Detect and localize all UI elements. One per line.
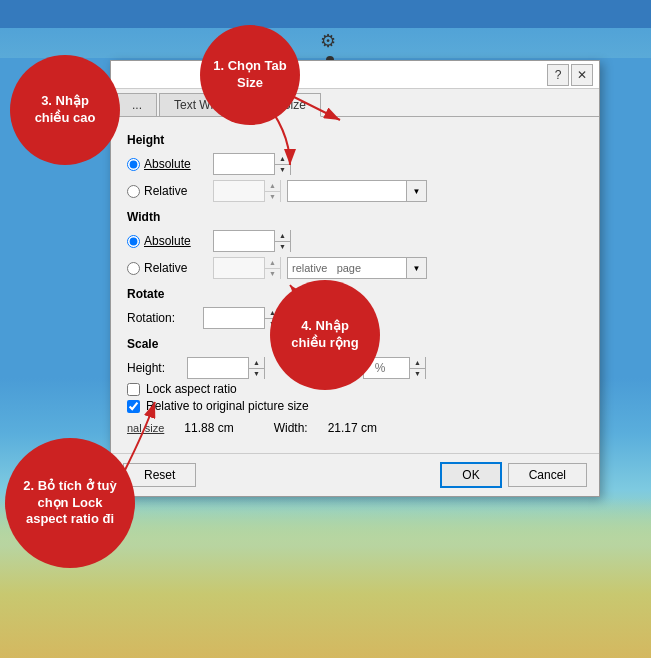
scale-width-spin-down[interactable]: ▼ [410,369,425,380]
height-rel-spin-up[interactable]: ▲ [265,180,280,192]
height-spin-down[interactable]: ▼ [275,165,290,176]
bubble-2: 2. Bỏ tích ở tuỳ chọn Lock aspect ratio … [5,438,135,568]
layout-dialog: ? ✕ ... Text Wrapping Size Height Absolu… [110,60,600,497]
scale-height-spin-up[interactable]: ▲ [249,357,264,369]
width-section-label: Width [127,210,583,224]
width-relative-row: Relative ▲ ▼ relative page ▼ [127,257,583,279]
bubble-3: 3. Nhập chiều cao [10,55,120,165]
height-relative-row: Relative ▲ ▼ ▼ [127,180,583,202]
width-rel-spin-up[interactable]: ▲ [265,257,280,269]
width-relative-spinbox[interactable]: ▲ ▼ [213,257,281,279]
rotation-input[interactable]: 0° [204,308,264,328]
gear-icon: ⚙ [320,30,336,52]
dialog-content: Height Absolute 6 cm ▲ ▼ Relative [111,117,599,453]
height-spinbox-arrows: ▲ ▼ [274,153,290,175]
reset-button[interactable]: Reset [123,463,196,487]
relative-original-label: Relative to original picture size [146,399,309,413]
width-spinbox-arrows: ▲ ▼ [274,230,290,252]
bubble-1: 1. Chọn Tab Size [200,25,300,125]
bubble-4: 4. Nhập chiều rộng [270,280,380,390]
relative-original-row: Relative to original picture size [127,399,583,413]
width-relative-label[interactable]: Relative [127,261,207,275]
height-value-spinbox[interactable]: 6 cm ▲ ▼ [213,153,291,175]
height-value-input[interactable]: 6 cm [214,154,274,174]
original-width-value: 21.17 cm [328,421,377,435]
scale-height-spin-down[interactable]: ▼ [249,369,264,380]
rotation-label: Rotation: [127,311,197,325]
scale-height-input[interactable]: 51 % [188,358,248,378]
height-absolute-text: Absolute [144,157,191,171]
height-absolute-row: Absolute 6 cm ▲ ▼ [127,153,583,175]
lock-aspect-label: Lock aspect ratio [146,382,237,396]
scale-width-arrows: ▲ ▼ [409,357,425,379]
height-relative-spinbox[interactable]: ▲ ▼ [213,180,281,202]
width-value-spinbox[interactable]: 6 cm ▲ ▼ [213,230,291,252]
width-spin-down[interactable]: ▼ [275,242,290,253]
height-rel-spin-down[interactable]: ▼ [265,192,280,203]
original-size-header: nal size [127,422,164,434]
original-size-row: nal size 11.88 cm Width: 21.17 cm [127,421,583,435]
width-relative-dropdown[interactable]: relative page ▼ [287,257,427,279]
title-buttons: ? ✕ [547,64,593,86]
bubble-1-text: 1. Chọn Tab Size [212,58,288,92]
ok-button[interactable]: OK [440,462,501,488]
height-relative-arrows: ▲ ▼ [264,180,280,202]
height-absolute-label[interactable]: Absolute [127,157,207,171]
scale-width-spin-up[interactable]: ▲ [410,357,425,369]
height-absolute-radio[interactable] [127,158,140,171]
width-relative-dropdown-value: relative page [288,262,406,274]
width-relative-arrows: ▲ ▼ [264,257,280,279]
scale-height-label: Height: [127,361,179,375]
bubble-4-text: 4. Nhập chiều rộng [282,318,368,352]
width-relative-text: Relative [144,261,187,275]
original-width-label: Width: [274,421,308,435]
height-relative-radio[interactable] [127,185,140,198]
scale-height-spinbox[interactable]: 51 % ▲ ▼ [187,357,265,379]
bubble-3-text: 3. Nhập chiều cao [22,93,108,127]
lock-aspect-checkbox[interactable] [127,383,140,396]
scale-height-arrows: ▲ ▼ [248,357,264,379]
height-relative-label[interactable]: Relative [127,184,207,198]
width-relative-radio[interactable] [127,262,140,275]
bubble-2-text: 2. Bỏ tích ở tuỳ chọn Lock aspect ratio … [17,478,123,529]
height-relative-text: Relative [144,184,187,198]
width-absolute-row: Absolute 6 cm ▲ ▼ [127,230,583,252]
rotation-spinbox[interactable]: 0° ▲ ▼ [203,307,281,329]
relative-original-checkbox[interactable] [127,400,140,413]
close-button[interactable]: ✕ [571,64,593,86]
height-section-label: Height [127,133,583,147]
tab-bar: ... Text Wrapping Size [111,89,599,117]
height-relative-input[interactable] [214,181,264,201]
width-absolute-text: Absolute [144,234,191,248]
tab-position[interactable]: ... [117,93,157,116]
original-height-value: 11.88 cm [184,421,233,435]
width-value-input[interactable]: 6 cm [214,231,274,251]
dialog-footer: Reset OK Cancel [111,453,599,496]
dialog-titlebar: ? ✕ [111,61,599,89]
width-rel-spin-down[interactable]: ▼ [265,269,280,280]
height-dropdown-arrow-icon[interactable]: ▼ [406,181,426,201]
height-relative-dropdown[interactable]: ▼ [287,180,427,202]
width-absolute-radio[interactable] [127,235,140,248]
width-spin-up[interactable]: ▲ [275,230,290,242]
height-spin-up[interactable]: ▲ [275,153,290,165]
width-dropdown-arrow-icon[interactable]: ▼ [406,258,426,278]
width-relative-input[interactable] [214,258,264,278]
lock-aspect-row: Lock aspect ratio [127,382,583,396]
width-absolute-label[interactable]: Absolute [127,234,207,248]
help-button[interactable]: ? [547,64,569,86]
cancel-button[interactable]: Cancel [508,463,587,487]
